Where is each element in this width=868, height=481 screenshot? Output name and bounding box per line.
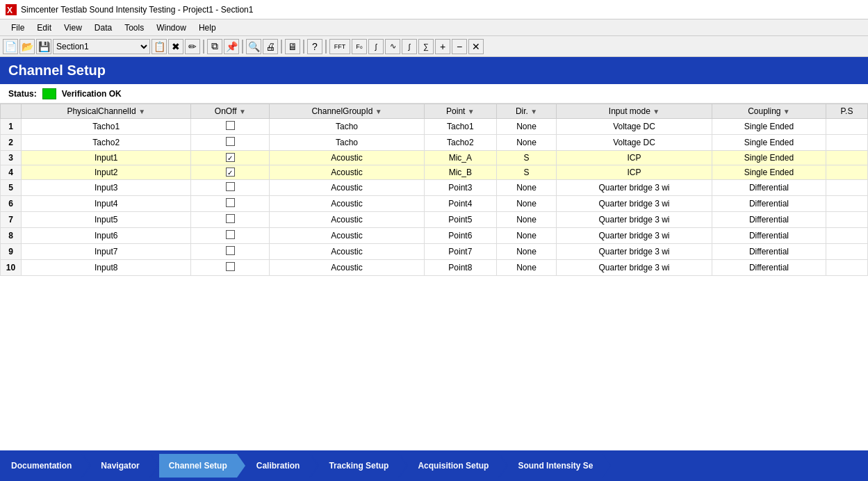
menu-item-help[interactable]: Help <box>193 22 222 34</box>
cell-channel-group: Tacho <box>270 135 424 151</box>
cell-point: Tacho1 <box>424 119 496 135</box>
menu-item-window[interactable]: Window <box>151 22 192 34</box>
copy-button[interactable]: ⧉ <box>207 39 222 54</box>
table-row[interactable]: 8 Input6 Acoustic Point6 None Quarter br… <box>1 228 868 244</box>
save-button[interactable]: 💾 <box>36 39 51 54</box>
checkbox-unchecked[interactable] <box>226 198 235 207</box>
table-row[interactable]: 7 Input5 Acoustic Point5 None Quarter br… <box>1 212 868 228</box>
sort-arrow-coupling: ▼ <box>783 108 790 115</box>
table-row[interactable]: 5 Input3 Acoustic Point3 None Quarter br… <box>1 180 868 196</box>
checkbox-unchecked[interactable] <box>226 182 235 191</box>
cell-coupling: Differential <box>712 196 826 212</box>
table-row[interactable]: 4 Input2 ✓ Acoustic Mic_B S ICP Single E… <box>1 165 868 180</box>
row-num: 5 <box>1 180 22 196</box>
col-header-ps: P.S <box>826 104 868 119</box>
checkbox-checked[interactable]: ✓ <box>226 168 235 177</box>
cell-point: Point6 <box>424 228 496 244</box>
cell-physical-channel: Input8 <box>22 260 191 276</box>
col-header-onoff[interactable]: OnOff ▼ <box>191 104 270 119</box>
checkbox-unchecked[interactable] <box>226 262 235 271</box>
cell-input-mode: ICP <box>557 165 712 180</box>
close-x-button[interactable]: ✕ <box>468 39 484 54</box>
cell-channel-group: Acoustic <box>270 228 424 244</box>
row-num: 4 <box>1 165 22 180</box>
menu-bar: File Edit View Data Tools Window Help <box>0 19 868 36</box>
cell-onoff[interactable] <box>191 228 270 244</box>
menu-item-view[interactable]: View <box>58 22 88 34</box>
checkbox-unchecked[interactable] <box>226 230 235 239</box>
cell-physical-channel: Input3 <box>22 180 191 196</box>
cell-onoff[interactable] <box>191 260 270 276</box>
tab-documentation[interactable]: Documentation <box>1 454 81 478</box>
cell-ps <box>826 212 868 228</box>
table-row[interactable]: 6 Input4 Acoustic Point4 None Quarter br… <box>1 196 868 212</box>
delete-button[interactable]: ✖ <box>168 39 183 54</box>
cell-onoff[interactable] <box>191 244 270 260</box>
cell-ps <box>826 244 868 260</box>
col-header-point[interactable]: Point ▼ <box>424 104 496 119</box>
channel-setup-title: Channel Setup <box>8 63 106 78</box>
paste-button[interactable]: 📌 <box>224 39 239 54</box>
col-header-coupling[interactable]: Coupling ▼ <box>712 104 826 119</box>
tab-sound-intensity[interactable]: Sound Intensity Se <box>508 454 603 478</box>
checkbox-unchecked[interactable] <box>226 214 235 223</box>
int-button[interactable]: ∫ <box>402 39 417 54</box>
checkbox-unchecked[interactable] <box>226 121 235 130</box>
row-num: 3 <box>1 151 22 165</box>
math-button[interactable]: ∑ <box>418 39 434 54</box>
table-row[interactable]: 10 Input8 Acoustic Point8 None Quarter b… <box>1 260 868 276</box>
section-select[interactable]: Section1 <box>53 39 150 54</box>
menu-item-file[interactable]: File <box>6 22 30 34</box>
screen-button[interactable]: 🖥 <box>285 39 300 54</box>
tab-channel-setup[interactable]: Channel Setup <box>159 454 237 478</box>
cell-onoff[interactable] <box>191 212 270 228</box>
plus-button[interactable]: + <box>435 39 450 54</box>
rename-button[interactable]: ✏ <box>185 39 200 54</box>
filter-button[interactable]: ∿ <box>385 39 400 54</box>
table-row[interactable]: 1 Tacho1 Tacho Tacho1 None Voltage DC Si… <box>1 119 868 135</box>
help-button[interactable]: ? <box>307 39 322 54</box>
checkbox-unchecked[interactable] <box>226 137 235 146</box>
checkbox-unchecked[interactable] <box>226 246 235 255</box>
cell-onoff[interactable]: ✓ <box>191 151 270 165</box>
cell-dir: None <box>497 135 557 151</box>
table-row[interactable]: 3 Input1 ✓ Acoustic Mic_A S ICP Single E… <box>1 151 868 165</box>
checkbox-checked[interactable]: ✓ <box>226 153 235 162</box>
cell-physical-channel: Input7 <box>22 244 191 260</box>
cell-physical-channel: Input1 <box>22 151 191 165</box>
col-header-dir[interactable]: Dir. ▼ <box>497 104 557 119</box>
table-row[interactable]: 2 Tacho2 Tacho Tacho2 None Voltage DC Si… <box>1 135 868 151</box>
tab-tracking-setup[interactable]: Tracking Setup <box>319 454 398 478</box>
table-body: 1 Tacho1 Tacho Tacho1 None Voltage DC Si… <box>1 119 868 276</box>
col-header-channel-group[interactable]: ChannelGroupId ▼ <box>270 104 424 119</box>
status-label: Status: <box>8 89 37 99</box>
minus-button[interactable]: − <box>452 39 467 54</box>
col-header-physical-channel[interactable]: PhysicalChannelId ▼ <box>22 104 191 119</box>
open-button[interactable]: 📂 <box>19 39 35 54</box>
fft-button[interactable]: FFT <box>329 39 350 54</box>
row-num: 2 <box>1 135 22 151</box>
tab-acquisition-setup[interactable]: Acquisition Setup <box>408 454 498 478</box>
cell-ps <box>826 165 868 180</box>
cell-onoff[interactable] <box>191 135 270 151</box>
tab-navigator[interactable]: Navigator <box>91 454 149 478</box>
copy-doc-button[interactable]: 📋 <box>152 39 167 54</box>
menu-item-tools[interactable]: Tools <box>119 22 149 34</box>
cell-onoff[interactable] <box>191 180 270 196</box>
main-area: Channel Setup Status: Verification OK Ph… <box>0 57 868 450</box>
cell-onoff[interactable] <box>191 196 270 212</box>
cell-point: Mic_A <box>424 151 496 165</box>
table-row[interactable]: 9 Input7 Acoustic Point7 None Quarter br… <box>1 244 868 260</box>
freq-button[interactable]: F₀ <box>352 39 367 54</box>
window-title: Simcenter Testlab Sound Intensity Testin… <box>21 5 253 15</box>
tab-calibration[interactable]: Calibration <box>247 454 310 478</box>
cell-onoff[interactable]: ✓ <box>191 165 270 180</box>
new-button[interactable]: 📄 <box>3 39 18 54</box>
harm-button[interactable]: ∫ <box>368 39 384 54</box>
menu-item-data[interactable]: Data <box>89 22 117 34</box>
cell-onoff[interactable] <box>191 119 270 135</box>
col-header-input-mode[interactable]: Input mode ▼ <box>557 104 712 119</box>
zoom-button[interactable]: 🔍 <box>246 39 261 54</box>
menu-item-edit[interactable]: Edit <box>31 22 57 34</box>
print-button[interactable]: 🖨 <box>263 39 278 54</box>
